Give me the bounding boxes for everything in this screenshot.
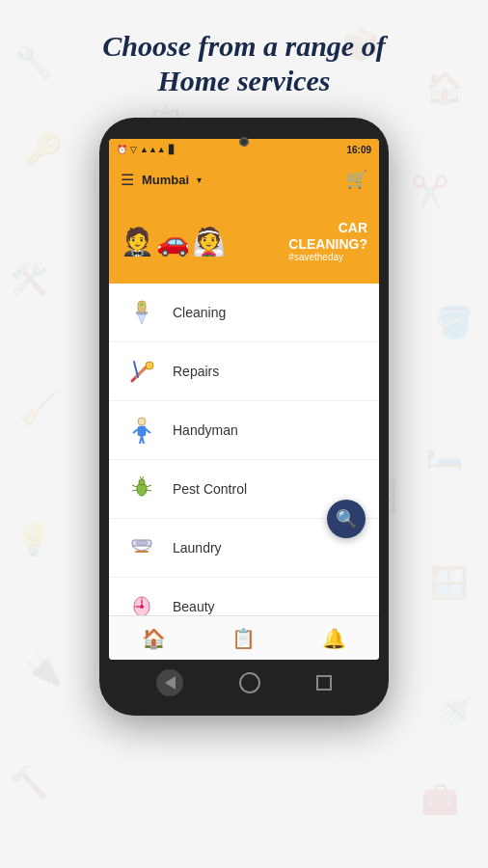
- home-button[interactable]: [239, 672, 260, 693]
- svg-line-11: [133, 429, 138, 433]
- repairs-icon: [124, 354, 159, 389]
- signal-icon: ▲▲▲: [140, 145, 166, 154]
- svg-line-19: [147, 485, 151, 487]
- back-button[interactable]: [156, 669, 183, 696]
- svg-point-2: [140, 303, 144, 307]
- svg-line-20: [147, 490, 151, 491]
- services-list: Cleaning Repairs: [109, 284, 379, 615]
- phone-screen: ⏰ ▽ ▲▲▲ ▊ 16:09 ☰ Mumbai ▾ 🛒 🤵: [109, 139, 379, 660]
- recents-button[interactable]: [316, 675, 332, 691]
- svg-point-14: [139, 479, 145, 485]
- page-title: Choose from a range of Home services: [102, 29, 385, 98]
- bottom-nav-bell[interactable]: 🔔: [311, 623, 358, 654]
- laundry-icon: [124, 530, 159, 565]
- svg-rect-1: [136, 312, 148, 314]
- search-fab-button[interactable]: 🔍: [327, 500, 366, 538]
- service-item-handyman[interactable]: Handyman: [109, 401, 379, 460]
- repairs-label: Repairs: [173, 364, 219, 379]
- dropdown-icon[interactable]: ▾: [197, 175, 202, 185]
- cleaning-icon: [124, 295, 159, 330]
- alarm-icon: ⏰: [117, 145, 127, 154]
- phone-camera: [239, 137, 249, 147]
- phone-mockup: ⏰ ▽ ▲▲▲ ▊ 16:09 ☰ Mumbai ▾ 🛒 🤵: [99, 118, 389, 716]
- wifi-icon: ▽: [130, 145, 137, 154]
- city-label[interactable]: Mumbai: [142, 173, 189, 187]
- beauty-label: Beauty: [173, 599, 215, 614]
- banner-illustration: 🤵 🚗 👰: [121, 226, 226, 258]
- cleaning-label: Cleaning: [173, 305, 226, 320]
- handyman-icon: [124, 413, 159, 448]
- promotional-banner[interactable]: 🤵 🚗 👰 CAR CLEANING? #savetheday: [109, 199, 379, 284]
- laundry-label: Laundry: [173, 540, 222, 556]
- svg-line-17: [132, 485, 137, 487]
- status-time: 16:09: [346, 145, 371, 155]
- banner-text-block: CAR CLEANING? #savetheday: [288, 220, 367, 263]
- svg-point-5: [146, 362, 153, 369]
- service-item-beauty[interactable]: Beauty: [109, 578, 379, 615]
- svg-line-6: [134, 362, 138, 377]
- bottom-nav-list[interactable]: 📋: [220, 623, 267, 654]
- svg-point-7: [138, 418, 146, 425]
- figure-car: 🚗: [156, 226, 190, 258]
- service-item-cleaning[interactable]: Cleaning: [109, 284, 379, 342]
- svg-line-16: [142, 476, 144, 479]
- svg-line-12: [146, 429, 150, 433]
- bottom-nav: 🏠 📋 🔔: [109, 615, 379, 660]
- figure-groom: 🤵: [121, 226, 154, 258]
- handyman-label: Handyman: [173, 422, 238, 438]
- nav-bar: ☰ Mumbai ▾ 🛒: [109, 160, 379, 199]
- phone-home-bar: [109, 669, 379, 696]
- status-icons: ⏰ ▽ ▲▲▲ ▊: [117, 145, 176, 154]
- nav-left: ☰ Mumbai ▾: [121, 171, 202, 189]
- svg-rect-8: [138, 426, 146, 436]
- service-item-repairs[interactable]: Repairs: [109, 342, 379, 401]
- pest-control-label: Pest Control: [173, 481, 247, 497]
- banner-hashtag: #savetheday: [288, 252, 367, 262]
- hamburger-icon[interactable]: ☰: [121, 171, 134, 189]
- bottom-nav-home[interactable]: 🏠: [130, 623, 177, 654]
- battery-icon: ▊: [169, 145, 176, 154]
- svg-line-18: [132, 490, 137, 491]
- pest-control-icon: [124, 472, 159, 506]
- banner-title: CAR CLEANING?: [288, 220, 367, 253]
- figure-bride: 👰: [192, 226, 226, 258]
- search-icon: 🔍: [336, 508, 357, 529]
- cart-icon[interactable]: 🛒: [346, 169, 367, 190]
- svg-line-10: [142, 436, 144, 444]
- beauty-icon: [124, 589, 159, 615]
- svg-point-24: [140, 605, 144, 609]
- svg-point-22: [136, 541, 148, 545]
